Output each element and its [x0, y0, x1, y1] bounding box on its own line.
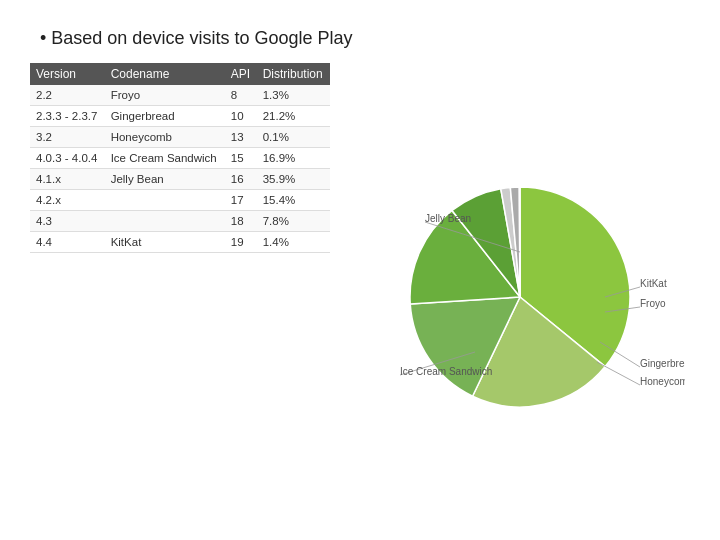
content-area: Version Codename API Distribution 2.2 Fr…	[30, 63, 690, 530]
cell-codename: Honeycomb	[105, 127, 225, 148]
chart-label-kitkat: KitKat	[640, 278, 667, 289]
chart-label-jelly-bean: Jelly Bean	[425, 213, 471, 224]
cell-codename: Ice Cream Sandwich	[105, 148, 225, 169]
table-row: 4.0.3 - 4.0.4 Ice Cream Sandwich 15 16.9…	[30, 148, 330, 169]
chart-label-froyo: Froyo	[640, 298, 666, 309]
cell-api: 10	[225, 106, 257, 127]
cell-version: 4.0.3 - 4.0.4	[30, 148, 105, 169]
cell-codename: Gingerbread	[105, 106, 225, 127]
cell-version: 4.4	[30, 232, 105, 253]
cell-distribution: 15.4%	[257, 190, 330, 211]
cell-distribution: 1.4%	[257, 232, 330, 253]
cell-version: 4.1.x	[30, 169, 105, 190]
cell-api: 17	[225, 190, 257, 211]
cell-api: 16	[225, 169, 257, 190]
cell-api: 18	[225, 211, 257, 232]
cell-version: 3.2	[30, 127, 105, 148]
cell-distribution: 35.9%	[257, 169, 330, 190]
table-row: 4.1.x Jelly Bean 16 35.9%	[30, 169, 330, 190]
distribution-table: Version Codename API Distribution 2.2 Fr…	[30, 63, 330, 253]
table-row: 2.3.3 - 2.3.7 Gingerbread 10 21.2%	[30, 106, 330, 127]
table-row: 4.4 KitKat 19 1.4%	[30, 232, 330, 253]
table-row: 4.3 18 7.8%	[30, 211, 330, 232]
cell-version: 2.3.3 - 2.3.7	[30, 106, 105, 127]
cell-version: 4.2.x	[30, 190, 105, 211]
cell-codename: Froyo	[105, 85, 225, 106]
chart-label-ice-cream-sandwich: Ice Cream Sandwich	[400, 366, 492, 377]
table-row: 4.2.x 17 15.4%	[30, 190, 330, 211]
label-line-honeycomb	[597, 362, 640, 385]
cell-codename	[105, 211, 225, 232]
chart-label-honeycomb: Honeycomb	[640, 376, 685, 387]
data-table-container: Version Codename API Distribution 2.2 Fr…	[30, 63, 330, 530]
cell-distribution: 16.9%	[257, 148, 330, 169]
col-version: Version	[30, 63, 105, 85]
subtitle-text: • Based on device visits to Google Play	[40, 28, 352, 48]
cell-api: 13	[225, 127, 257, 148]
cell-distribution: 7.8%	[257, 211, 330, 232]
cell-distribution: 1.3%	[257, 85, 330, 106]
chart-label-gingerbread: Gingerbread	[640, 358, 685, 369]
cell-distribution: 0.1%	[257, 127, 330, 148]
col-codename: Codename	[105, 63, 225, 85]
cell-codename: Jelly Bean	[105, 169, 225, 190]
cell-api: 15	[225, 148, 257, 169]
cell-version: 2.2	[30, 85, 105, 106]
col-api: API	[225, 63, 257, 85]
subtitle: • Based on device visits to Google Play	[30, 28, 690, 49]
cell-codename: KitKat	[105, 232, 225, 253]
table-row: 2.2 Froyo 8 1.3%	[30, 85, 330, 106]
cell-version: 4.3	[30, 211, 105, 232]
cell-api: 8	[225, 85, 257, 106]
col-distribution: Distribution	[257, 63, 330, 85]
table-row: 3.2 Honeycomb 13 0.1%	[30, 127, 330, 148]
pie-segment-honeycomb	[519, 187, 520, 297]
chart-container: Jelly BeanKitKatFroyoGingerbreadHoneycom…	[340, 63, 690, 530]
cell-codename	[105, 190, 225, 211]
pie-chart: Jelly BeanKitKatFroyoGingerbreadHoneycom…	[345, 157, 685, 437]
cell-api: 19	[225, 232, 257, 253]
cell-distribution: 21.2%	[257, 106, 330, 127]
